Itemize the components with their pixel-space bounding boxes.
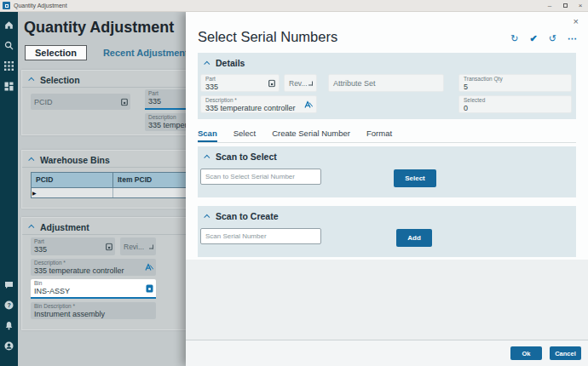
attribute-set-field[interactable]: Attribute Set	[328, 74, 444, 92]
notifications-bell-icon[interactable]	[4, 320, 14, 330]
home-icon[interactable]	[4, 20, 14, 30]
app-sidebar: ?	[0, 12, 18, 366]
minimize-icon[interactable]: –	[542, 0, 557, 11]
page-tabs: Selection Recent Adjustments	[25, 45, 193, 60]
close-window-icon[interactable]: ×	[573, 0, 588, 11]
menu-tiles-icon[interactable]	[4, 81, 14, 91]
scan-to-create-section: Scan to Create Add	[198, 206, 576, 257]
transaction-qty-field[interactable]: Transaction Qty 5	[458, 74, 572, 92]
translate-icon[interactable]	[304, 100, 313, 108]
lookup-icon[interactable]	[106, 243, 112, 250]
selected-field[interactable]: Selected 0	[458, 95, 572, 113]
dialog-footer: Ok Cancel	[186, 340, 588, 366]
page-title: Quantity Adjustment	[24, 19, 174, 37]
scan-to-select-section: Scan to Select Select	[198, 146, 576, 197]
tab-scan[interactable]: Scan	[198, 129, 217, 142]
chat-icon[interactable]	[4, 279, 14, 289]
tab-create-serial-number[interactable]: Create Serial Number	[272, 129, 350, 142]
collapse-chevron-icon[interactable]	[204, 214, 210, 220]
collapse-chevron-icon[interactable]	[28, 77, 34, 83]
tab-selection[interactable]: Selection	[25, 45, 87, 60]
add-button[interactable]: Add	[396, 229, 432, 247]
tab-format[interactable]: Format	[366, 129, 392, 142]
chevron-down-icon	[308, 81, 313, 85]
scan-to-select-header[interactable]: Scan to Select	[198, 146, 576, 162]
collapse-chevron-icon[interactable]	[204, 60, 210, 66]
cancel-button[interactable]: Cancel	[550, 346, 581, 360]
revision-dropdown-details[interactable]: Rev...	[284, 74, 317, 92]
description-field-details[interactable]: Description * 335 temperature controller	[200, 95, 317, 113]
bin-field[interactable]: Bin INS-ASSY	[31, 279, 156, 299]
window-title: Quantity Adjustment	[14, 3, 67, 9]
details-section-header[interactable]: Details	[198, 53, 576, 68]
apply-check-icon[interactable]: ✔	[530, 34, 538, 43]
close-dialog-icon[interactable]: ×	[574, 16, 579, 26]
select-serial-numbers-dialog: × Select Serial Numbers ↻ ✔ ↺ ⋯ Details …	[186, 12, 588, 366]
window-controls: – ×	[542, 0, 588, 11]
details-section: Details Part 335 Rev... Attribute Set Tr…	[198, 53, 576, 119]
tab-recent-adjustments[interactable]: Recent Adjustments	[103, 48, 193, 58]
column-header-pcid[interactable]: PCID	[32, 173, 113, 187]
revision-dropdown-adjustment[interactable]: Revi...	[120, 237, 156, 255]
chevron-down-icon	[149, 244, 153, 249]
scan-icon[interactable]	[146, 284, 153, 293]
account-icon[interactable]	[4, 340, 14, 351]
ok-button[interactable]: Ok	[510, 346, 542, 360]
help-icon[interactable]: ?	[4, 300, 14, 310]
search-icon[interactable]	[4, 40, 14, 50]
description-field-adjustment[interactable]: Description * 335 temperature controller	[31, 259, 156, 276]
dialog-title: Select Serial Numbers	[198, 29, 337, 45]
apps-grid-icon[interactable]	[4, 60, 14, 71]
svg-text:?: ?	[8, 302, 11, 308]
dialog-toolbar: ↻ ✔ ↺ ⋯	[510, 34, 577, 43]
dialog-empty-area	[186, 260, 588, 340]
collapse-chevron-icon[interactable]	[28, 225, 34, 231]
scan-to-create-input[interactable]	[200, 228, 321, 244]
select-button[interactable]: Select	[394, 169, 436, 187]
collapse-chevron-icon[interactable]	[204, 154, 210, 160]
translate-icon[interactable]	[145, 264, 153, 272]
row-selector-icon: ▶	[32, 190, 37, 197]
scan-to-create-header[interactable]: Scan to Create	[198, 206, 576, 221]
overflow-menu-icon[interactable]: ⋯	[568, 34, 577, 43]
maximize-icon[interactable]	[557, 0, 573, 11]
scan-to-select-input[interactable]	[200, 169, 321, 185]
refresh-icon[interactable]: ↻	[510, 34, 518, 43]
app-icon	[3, 2, 10, 9]
tab-select[interactable]: Select	[233, 129, 256, 142]
app-window: Quantity Adjustment – ×	[0, 0, 588, 366]
lookup-icon[interactable]	[121, 98, 128, 106]
bin-description-field[interactable]: Bin Description * Instrument assembly	[31, 302, 156, 319]
part-field-details[interactable]: Part 335	[200, 74, 280, 92]
dialog-tabs: Scan Select Create Serial Number Format	[198, 129, 576, 143]
lookup-icon[interactable]	[268, 79, 275, 87]
collapse-chevron-icon[interactable]	[28, 157, 34, 163]
pcid-field[interactable]: PCID	[31, 94, 130, 110]
undo-icon[interactable]: ↺	[549, 34, 556, 43]
part-field-adjustment[interactable]: Part 335	[31, 237, 115, 255]
title-bar: Quantity Adjustment – ×	[0, 0, 588, 12]
